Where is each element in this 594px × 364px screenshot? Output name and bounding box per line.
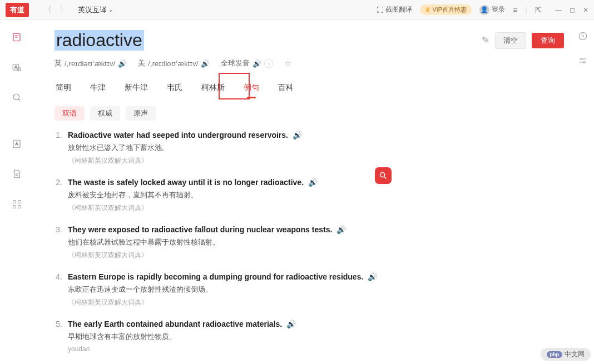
us-label: 美: [138, 58, 145, 68]
history-icon[interactable]: [578, 31, 588, 43]
app-logo: 有道: [6, 3, 29, 17]
svg-point-12: [380, 173, 385, 177]
minimize-icon[interactable]: —: [555, 6, 562, 14]
example-en: The early Earth contained abundant radio…: [68, 320, 282, 328]
clear-button[interactable]: 清空: [495, 32, 526, 49]
speaker-icon[interactable]: 🔊: [293, 131, 302, 139]
user-icon: 👤: [479, 5, 489, 15]
filter-bilingual[interactable]: 双语: [55, 106, 85, 121]
global-pron-label: 全球发音: [221, 58, 250, 68]
example-source: youdao: [68, 345, 564, 353]
tab-examples[interactable]: 例句: [242, 81, 260, 95]
screenshot-label: 截图翻译: [385, 5, 412, 14]
filter-authoritative[interactable]: 权威: [90, 106, 120, 121]
example-source: 《柯林斯英汉双解大词典》: [68, 251, 564, 260]
watermark-badge: php 中文网: [541, 348, 591, 361]
vip-badge[interactable]: ♛ VIP首月特惠: [420, 4, 472, 15]
example-zh: 废料被安全地封存，直到其不再有辐射。: [68, 190, 564, 200]
close-icon[interactable]: ✕: [583, 6, 588, 14]
example-en: Eastern Europe is rapidly becoming a dum…: [68, 272, 363, 281]
nav-forward-icon[interactable]: 〉: [60, 4, 68, 15]
tab-new-oxford[interactable]: 新牛津: [123, 81, 149, 95]
example-source: 《柯林斯英汉双解大词典》: [68, 156, 564, 166]
right-sidebar: [571, 20, 594, 364]
php-logo-icon: php: [547, 351, 563, 358]
floating-search-button[interactable]: [375, 167, 392, 184]
tabs-row: 简明 牛津 新牛津 韦氏 柯林斯 例句 百科: [55, 81, 564, 95]
more-pron-icon[interactable]: ›: [264, 59, 273, 68]
example-number: 2.: [55, 178, 62, 213]
chevron-down-icon: ⌄: [108, 7, 113, 13]
svg-text:A: A: [14, 65, 17, 69]
dict-selector[interactable]: 英汉互译 ⌄: [78, 5, 113, 15]
example-source: 《柯林斯英汉双解大词典》: [68, 298, 564, 307]
tab-brief[interactable]: 简明: [55, 81, 72, 95]
example-number: 4.: [55, 272, 62, 307]
filter-original[interactable]: 原声: [126, 106, 156, 121]
example-number: 5.: [55, 320, 62, 353]
sidebar-dict-icon[interactable]: [9, 30, 24, 44]
tab-webster[interactable]: 韦氏: [166, 81, 184, 95]
example-item: 4. Eastern Europe is rapidly becoming a …: [55, 272, 564, 307]
example-number: 3.: [55, 225, 62, 260]
speaker-icon[interactable]: 🔊: [308, 178, 318, 187]
handwrite-icon[interactable]: ✎: [482, 34, 489, 46]
compact-icon[interactable]: ⇱: [535, 6, 542, 14]
svg-text:A: A: [16, 142, 18, 146]
screenshot-translate-button[interactable]: ⛶ 截图翻译: [377, 5, 412, 14]
uk-ipa: /ˌreɪdiəʊˈæktɪv/: [65, 59, 115, 68]
login-button[interactable]: 👤 登录: [479, 5, 505, 15]
dict-selector-label: 英汉互译: [78, 5, 107, 15]
example-en: Radioactive water had seeped into underg…: [68, 131, 288, 139]
search-word[interactable]: radioactive: [55, 30, 144, 51]
speaker-icon[interactable]: 🔊: [368, 272, 377, 281]
speaker-icon[interactable]: 🔊: [286, 320, 296, 328]
crop-icon: ⛶: [377, 6, 383, 14]
sidebar-translate-icon[interactable]: A: [9, 60, 24, 74]
uk-label: 英: [55, 58, 62, 68]
example-item: 5. The early Earth contained abundant ra…: [55, 320, 564, 353]
example-en: The waste is safely locked away until it…: [68, 178, 304, 187]
sidebar-search-doc-icon[interactable]: [9, 90, 24, 104]
speaker-icon[interactable]: 🔊: [201, 59, 210, 68]
nav-back-icon[interactable]: 〈: [43, 4, 52, 15]
example-en: They were exposed to radioactive fallout…: [68, 225, 332, 234]
example-zh: 东欧正在迅速变成一个放射性残渣的倾倒场。: [68, 285, 564, 295]
sidebar-apps-icon[interactable]: [9, 197, 24, 211]
menu-icon[interactable]: ≡: [513, 6, 517, 14]
sidebar-notebook-icon[interactable]: A: [9, 137, 24, 151]
tab-baike[interactable]: 百科: [277, 81, 295, 95]
svg-line-7: [18, 99, 20, 101]
divider: |: [525, 6, 527, 14]
speaker-icon[interactable]: 🔊: [118, 59, 127, 68]
tab-oxford[interactable]: 牛津: [89, 81, 107, 95]
maximize-icon[interactable]: ◻: [570, 6, 575, 14]
svg-point-18: [583, 62, 585, 63]
watermark-text: 中文网: [565, 350, 585, 359]
query-button[interactable]: 查询: [532, 33, 564, 48]
svg-point-16: [581, 58, 582, 60]
main-content: radioactive ✎ 清空 查询 英 /ˌreɪdiəʊˈæktɪv/ 🔊…: [33, 20, 571, 364]
example-number: 1.: [55, 131, 62, 166]
settings-slider-icon[interactable]: [578, 56, 588, 68]
speaker-icon[interactable]: 🔊: [253, 59, 261, 68]
sidebar-document-icon[interactable]: [9, 167, 24, 181]
example-zh: 放射性水已渗入了地下蓄水池。: [68, 143, 564, 153]
vip-label: VIP首月特惠: [432, 6, 467, 14]
speaker-icon[interactable]: 🔊: [336, 225, 346, 234]
example-item: 3. They were exposed to radioactive fall…: [55, 225, 564, 260]
svg-point-6: [13, 94, 19, 100]
filter-row: 双语 权威 原声: [55, 106, 564, 121]
example-zh: 早期地球含有丰富的放射性物质。: [68, 332, 564, 342]
example-source: 《柯林斯英汉双解大词典》: [68, 203, 564, 213]
tab-collins[interactable]: 柯林斯: [200, 81, 226, 95]
left-sidebar: A A: [0, 20, 33, 364]
crown-icon: ♛: [425, 6, 430, 13]
svg-line-13: [384, 177, 386, 178]
examples-list: 1. Radioactive water had seeped into und…: [55, 131, 564, 353]
example-zh: 他们在核武器试验过程中暴露于放射性核辐射。: [68, 237, 564, 247]
star-icon[interactable]: ☆: [284, 58, 291, 68]
login-label: 登录: [492, 5, 505, 14]
us-ipa: /ˌreɪdioʊˈæktɪv/: [148, 59, 198, 68]
example-item: 1. Radioactive water had seeped into und…: [55, 131, 564, 166]
